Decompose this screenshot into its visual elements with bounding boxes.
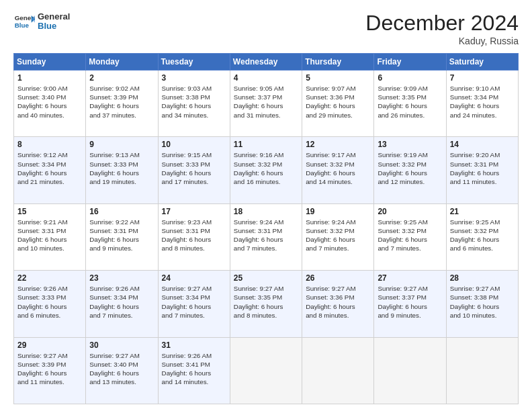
month-title: December 2024	[365, 11, 519, 36]
calendar-cell: 12Sunrise: 9:17 AM Sunset: 3:32 PM Dayli…	[302, 137, 374, 203]
calendar-cell	[446, 337, 518, 404]
day-info: Sunrise: 9:27 AM Sunset: 3:37 PM Dayligh…	[378, 284, 442, 320]
day-info: Sunrise: 9:02 AM Sunset: 3:39 PM Dayligh…	[89, 84, 154, 120]
day-number: 20	[378, 207, 442, 216]
location: Kaduy, Russia	[365, 36, 519, 46]
day-number: 29	[17, 340, 82, 350]
day-info: Sunrise: 9:27 AM Sunset: 3:38 PM Dayligh…	[450, 284, 515, 320]
calendar-cell: 13Sunrise: 9:19 AM Sunset: 3:32 PM Dayli…	[374, 137, 446, 203]
day-number: 13	[378, 140, 442, 149]
calendar-cell: 14Sunrise: 9:20 AM Sunset: 3:31 PM Dayli…	[446, 137, 518, 203]
day-info: Sunrise: 9:12 AM Sunset: 3:34 PM Dayligh…	[17, 150, 82, 186]
day-number: 16	[89, 207, 154, 216]
day-info: Sunrise: 9:23 AM Sunset: 3:31 PM Dayligh…	[162, 218, 226, 253]
day-info: Sunrise: 9:24 AM Sunset: 3:32 PM Dayligh…	[306, 218, 370, 253]
logo-icon: General Blue	[13, 11, 35, 32]
day-info: Sunrise: 9:07 AM Sunset: 3:36 PM Dayligh…	[306, 84, 370, 120]
day-info: Sunrise: 9:05 AM Sunset: 3:37 PM Dayligh…	[234, 84, 298, 120]
day-info: Sunrise: 9:25 AM Sunset: 3:32 PM Dayligh…	[450, 218, 515, 253]
calendar-table: SundayMondayTuesdayWednesdayThursdayFrid…	[13, 53, 519, 404]
day-info: Sunrise: 9:09 AM Sunset: 3:35 PM Dayligh…	[378, 84, 442, 120]
calendar-cell: 17Sunrise: 9:23 AM Sunset: 3:31 PM Dayli…	[158, 203, 230, 270]
calendar-cell: 10Sunrise: 9:15 AM Sunset: 3:33 PM Dayli…	[158, 137, 230, 203]
calendar-cell: 25Sunrise: 9:27 AM Sunset: 3:35 PM Dayli…	[230, 271, 302, 337]
day-number: 5	[306, 73, 370, 83]
calendar-cell: 26Sunrise: 9:27 AM Sunset: 3:36 PM Dayli…	[302, 271, 374, 337]
calendar-cell: 23Sunrise: 9:26 AM Sunset: 3:34 PM Dayli…	[86, 271, 158, 337]
day-number: 27	[378, 273, 442, 283]
day-info: Sunrise: 9:27 AM Sunset: 3:36 PM Dayligh…	[306, 284, 370, 320]
day-number: 23	[89, 273, 154, 283]
day-info: Sunrise: 9:26 AM Sunset: 3:34 PM Dayligh…	[89, 284, 154, 320]
day-info: Sunrise: 9:13 AM Sunset: 3:33 PM Dayligh…	[89, 150, 154, 186]
day-info: Sunrise: 9:21 AM Sunset: 3:31 PM Dayligh…	[17, 218, 82, 253]
day-number: 4	[234, 73, 298, 83]
calendar-cell: 5Sunrise: 9:07 AM Sunset: 3:36 PM Daylig…	[302, 71, 374, 137]
day-info: Sunrise: 9:15 AM Sunset: 3:33 PM Dayligh…	[162, 150, 226, 186]
day-info: Sunrise: 9:10 AM Sunset: 3:34 PM Dayligh…	[450, 84, 515, 120]
calendar-cell: 20Sunrise: 9:25 AM Sunset: 3:32 PM Dayli…	[374, 203, 446, 270]
day-info: Sunrise: 9:16 AM Sunset: 3:32 PM Dayligh…	[234, 150, 298, 186]
day-number: 15	[17, 207, 82, 216]
calendar-cell: 8Sunrise: 9:12 AM Sunset: 3:34 PM Daylig…	[14, 137, 86, 203]
day-info: Sunrise: 9:27 AM Sunset: 3:34 PM Dayligh…	[162, 284, 226, 320]
calendar-cell	[374, 337, 446, 404]
calendar-cell: 11Sunrise: 9:16 AM Sunset: 3:32 PM Dayli…	[230, 137, 302, 203]
day-number: 18	[234, 207, 298, 216]
weekday-header-row: SundayMondayTuesdayWednesdayThursdayFrid…	[14, 54, 519, 71]
calendar-cell: 4Sunrise: 9:05 AM Sunset: 3:37 PM Daylig…	[230, 71, 302, 137]
calendar-cell	[230, 337, 302, 404]
day-info: Sunrise: 9:22 AM Sunset: 3:31 PM Dayligh…	[89, 218, 154, 253]
svg-text:Blue: Blue	[15, 21, 30, 29]
calendar-cell: 7Sunrise: 9:10 AM Sunset: 3:34 PM Daylig…	[446, 71, 518, 137]
day-info: Sunrise: 9:17 AM Sunset: 3:32 PM Dayligh…	[306, 150, 370, 186]
calendar-cell: 6Sunrise: 9:09 AM Sunset: 3:35 PM Daylig…	[374, 71, 446, 137]
calendar-cell: 31Sunrise: 9:26 AM Sunset: 3:41 PM Dayli…	[158, 337, 230, 404]
day-number: 2	[89, 73, 154, 83]
calendar-cell: 15Sunrise: 9:21 AM Sunset: 3:31 PM Dayli…	[14, 203, 86, 270]
page-header: General Blue General Blue December 2024 …	[13, 11, 519, 46]
day-info: Sunrise: 9:25 AM Sunset: 3:32 PM Dayligh…	[378, 218, 442, 253]
weekday-header: Friday	[374, 54, 446, 71]
logo-line1: General	[38, 12, 70, 21]
day-info: Sunrise: 9:27 AM Sunset: 3:39 PM Dayligh…	[17, 351, 82, 387]
day-number: 26	[306, 273, 370, 283]
weekday-header: Wednesday	[230, 54, 302, 71]
day-number: 30	[89, 340, 154, 350]
day-number: 14	[450, 140, 515, 149]
day-number: 17	[162, 207, 226, 216]
calendar-cell: 22Sunrise: 9:26 AM Sunset: 3:33 PM Dayli…	[14, 271, 86, 337]
calendar-cell: 21Sunrise: 9:25 AM Sunset: 3:32 PM Dayli…	[446, 203, 518, 270]
weekday-header: Saturday	[446, 54, 518, 71]
day-number: 11	[234, 140, 298, 149]
day-number: 8	[17, 140, 82, 149]
day-number: 1	[17, 73, 82, 83]
day-info: Sunrise: 9:03 AM Sunset: 3:38 PM Dayligh…	[162, 84, 226, 120]
day-number: 7	[450, 73, 515, 83]
weekday-header: Thursday	[302, 54, 374, 71]
calendar-cell: 30Sunrise: 9:27 AM Sunset: 3:40 PM Dayli…	[86, 337, 158, 404]
weekday-header: Tuesday	[158, 54, 230, 71]
calendar-cell: 29Sunrise: 9:27 AM Sunset: 3:39 PM Dayli…	[14, 337, 86, 404]
day-number: 22	[17, 273, 82, 283]
day-info: Sunrise: 9:19 AM Sunset: 3:32 PM Dayligh…	[378, 150, 442, 186]
day-number: 25	[234, 273, 298, 283]
calendar-cell: 19Sunrise: 9:24 AM Sunset: 3:32 PM Dayli…	[302, 203, 374, 270]
day-number: 12	[306, 140, 370, 149]
calendar-cell: 3Sunrise: 9:03 AM Sunset: 3:38 PM Daylig…	[158, 71, 230, 137]
calendar-cell: 9Sunrise: 9:13 AM Sunset: 3:33 PM Daylig…	[86, 137, 158, 203]
day-number: 19	[306, 207, 370, 216]
day-info: Sunrise: 9:26 AM Sunset: 3:41 PM Dayligh…	[162, 351, 226, 387]
day-number: 28	[450, 273, 515, 283]
calendar-cell: 16Sunrise: 9:22 AM Sunset: 3:31 PM Dayli…	[86, 203, 158, 270]
logo: General Blue General Blue	[13, 11, 70, 32]
day-number: 24	[162, 273, 226, 283]
calendar-cell: 1Sunrise: 9:00 AM Sunset: 3:40 PM Daylig…	[14, 71, 86, 137]
day-info: Sunrise: 9:27 AM Sunset: 3:40 PM Dayligh…	[89, 351, 154, 387]
title-block: December 2024 Kaduy, Russia	[365, 11, 519, 46]
day-info: Sunrise: 9:20 AM Sunset: 3:31 PM Dayligh…	[450, 150, 515, 186]
day-number: 10	[162, 140, 226, 149]
calendar-cell: 27Sunrise: 9:27 AM Sunset: 3:37 PM Dayli…	[374, 271, 446, 337]
day-info: Sunrise: 9:24 AM Sunset: 3:31 PM Dayligh…	[234, 218, 298, 253]
calendar-cell: 28Sunrise: 9:27 AM Sunset: 3:38 PM Dayli…	[446, 271, 518, 337]
